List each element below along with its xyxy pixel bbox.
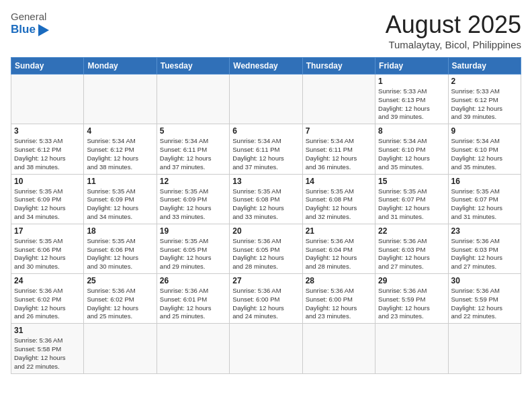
day-info: Sunrise: 5:36 AM Sunset: 5:59 PM Dayligh…: [451, 287, 518, 321]
calendar-cell: 22Sunrise: 5:36 AM Sunset: 6:03 PM Dayli…: [375, 224, 448, 273]
day-info: Sunrise: 5:36 AM Sunset: 6:05 PM Dayligh…: [232, 237, 299, 271]
calendar-cell: [157, 75, 229, 124]
day-number: 7: [306, 126, 372, 136]
day-info: Sunrise: 5:36 AM Sunset: 6:02 PM Dayligh…: [87, 287, 153, 321]
calendar-cell: [375, 324, 448, 373]
calendar-cell: 29Sunrise: 5:36 AM Sunset: 5:59 PM Dayli…: [375, 274, 448, 324]
day-number: 21: [306, 226, 372, 236]
calendar-cell: 14Sunrise: 5:35 AM Sunset: 6:08 PM Dayli…: [302, 174, 375, 224]
day-number: 10: [14, 177, 81, 186]
calendar-cell: 27Sunrise: 5:36 AM Sunset: 6:00 PM Dayli…: [230, 274, 302, 324]
day-info: Sunrise: 5:34 AM Sunset: 6:11 PM Dayligh…: [160, 137, 226, 171]
day-info: Sunrise: 5:36 AM Sunset: 5:59 PM Dayligh…: [378, 287, 445, 321]
day-info: Sunrise: 5:34 AM Sunset: 6:10 PM Dayligh…: [451, 137, 518, 171]
logo-general: General: [11, 11, 46, 22]
title-location: Tumalaytay, Bicol, Philippines: [386, 39, 521, 50]
day-info: Sunrise: 5:35 AM Sunset: 6:09 PM Dayligh…: [87, 187, 153, 222]
calendar-cell: 5Sunrise: 5:34 AM Sunset: 6:11 PM Daylig…: [157, 124, 229, 174]
calendar-cell: 31Sunrise: 5:36 AM Sunset: 5:58 PM Dayli…: [11, 324, 84, 373]
day-info: Sunrise: 5:35 AM Sunset: 6:07 PM Dayligh…: [451, 187, 518, 222]
day-info: Sunrise: 5:35 AM Sunset: 6:06 PM Dayligh…: [14, 237, 81, 271]
day-info: Sunrise: 5:36 AM Sunset: 6:02 PM Dayligh…: [14, 287, 81, 321]
calendar-cell: 17Sunrise: 5:35 AM Sunset: 6:06 PM Dayli…: [11, 224, 84, 273]
calendar-cell: 21Sunrise: 5:36 AM Sunset: 6:04 PM Dayli…: [302, 224, 375, 273]
calendar-cell: 10Sunrise: 5:35 AM Sunset: 6:09 PM Dayli…: [11, 174, 84, 224]
calendar-cell: [230, 324, 302, 373]
calendar-cell: 4Sunrise: 5:34 AM Sunset: 6:12 PM Daylig…: [84, 124, 157, 174]
day-number: 3: [14, 126, 81, 136]
day-number: 15: [378, 177, 445, 186]
calendar-cell: 19Sunrise: 5:35 AM Sunset: 6:05 PM Dayli…: [157, 224, 229, 273]
day-number: 23: [451, 226, 518, 236]
calendar-cell: 30Sunrise: 5:36 AM Sunset: 5:59 PM Dayli…: [448, 274, 521, 324]
calendar-cell: 26Sunrise: 5:36 AM Sunset: 6:01 PM Dayli…: [157, 274, 229, 324]
day-number: 8: [378, 126, 445, 136]
title-block: August 2025 Tumalaytay, Bicol, Philippin…: [386, 11, 521, 50]
logo-text-block: General Blue: [11, 11, 49, 36]
day-info: Sunrise: 5:35 AM Sunset: 6:08 PM Dayligh…: [232, 187, 299, 222]
day-number: 11: [87, 177, 153, 186]
day-number: 1: [378, 77, 445, 86]
calendar-cell: 13Sunrise: 5:35 AM Sunset: 6:08 PM Dayli…: [230, 174, 302, 224]
day-number: 30: [451, 276, 518, 285]
day-info: Sunrise: 5:36 AM Sunset: 6:00 PM Dayligh…: [232, 287, 299, 321]
weekday-header-monday: Monday: [84, 58, 157, 75]
day-number: 26: [160, 276, 226, 285]
calendar-cell: 24Sunrise: 5:36 AM Sunset: 6:02 PM Dayli…: [11, 274, 84, 324]
day-number: 6: [232, 126, 299, 136]
weekday-header-wednesday: Wednesday: [230, 58, 302, 75]
day-number: 20: [232, 226, 299, 236]
day-number: 18: [87, 226, 153, 236]
day-info: Sunrise: 5:35 AM Sunset: 6:08 PM Dayligh…: [306, 187, 372, 222]
day-number: 12: [160, 177, 226, 186]
calendar-table: SundayMondayTuesdayWednesdayThursdayFrid…: [11, 57, 521, 374]
day-info: Sunrise: 5:36 AM Sunset: 6:03 PM Dayligh…: [451, 237, 518, 271]
page: General Blue August 2025 Tumalaytay, Bic…: [0, 0, 532, 379]
day-number: 19: [160, 226, 226, 236]
calendar-cell: 1Sunrise: 5:33 AM Sunset: 6:13 PM Daylig…: [375, 75, 448, 124]
day-info: Sunrise: 5:36 AM Sunset: 6:00 PM Dayligh…: [306, 287, 372, 321]
weekday-header-tuesday: Tuesday: [157, 58, 229, 75]
calendar-cell: 11Sunrise: 5:35 AM Sunset: 6:09 PM Dayli…: [84, 174, 157, 224]
day-number: 13: [232, 177, 299, 186]
calendar-cell: 8Sunrise: 5:34 AM Sunset: 6:10 PM Daylig…: [375, 124, 448, 174]
calendar-cell: 16Sunrise: 5:35 AM Sunset: 6:07 PM Dayli…: [448, 174, 521, 224]
day-number: 2: [451, 77, 518, 86]
day-info: Sunrise: 5:36 AM Sunset: 6:03 PM Dayligh…: [378, 237, 445, 271]
day-info: Sunrise: 5:36 AM Sunset: 6:01 PM Dayligh…: [160, 287, 226, 321]
day-number: 5: [160, 126, 226, 136]
day-info: Sunrise: 5:34 AM Sunset: 6:10 PM Dayligh…: [378, 137, 445, 171]
calendar-cell: 7Sunrise: 5:34 AM Sunset: 6:11 PM Daylig…: [302, 124, 375, 174]
calendar-cell: 3Sunrise: 5:33 AM Sunset: 6:12 PM Daylig…: [11, 124, 84, 174]
calendar-cell: 25Sunrise: 5:36 AM Sunset: 6:02 PM Dayli…: [84, 274, 157, 324]
calendar-cell: [302, 75, 375, 124]
day-number: 24: [14, 276, 81, 285]
day-number: 14: [306, 177, 372, 186]
logo: General Blue: [11, 11, 49, 36]
calendar-cell: [84, 75, 157, 124]
logo-arrow-icon: [38, 24, 49, 36]
calendar-cell: 2Sunrise: 5:33 AM Sunset: 6:12 PM Daylig…: [448, 75, 521, 124]
calendar-cell: 6Sunrise: 5:34 AM Sunset: 6:11 PM Daylig…: [230, 124, 302, 174]
day-number: 31: [14, 326, 81, 335]
day-info: Sunrise: 5:36 AM Sunset: 5:58 PM Dayligh…: [14, 336, 81, 371]
day-info: Sunrise: 5:34 AM Sunset: 6:12 PM Dayligh…: [87, 137, 153, 171]
calendar-cell: [157, 324, 229, 373]
weekday-header-sunday: Sunday: [11, 58, 84, 75]
calendar-cell: 15Sunrise: 5:35 AM Sunset: 6:07 PM Dayli…: [375, 174, 448, 224]
header: General Blue August 2025 Tumalaytay, Bic…: [11, 11, 521, 50]
calendar-cell: 18Sunrise: 5:35 AM Sunset: 6:06 PM Dayli…: [84, 224, 157, 273]
day-info: Sunrise: 5:35 AM Sunset: 6:07 PM Dayligh…: [378, 187, 445, 222]
day-number: 16: [451, 177, 518, 186]
calendar-cell: 28Sunrise: 5:36 AM Sunset: 6:00 PM Dayli…: [302, 274, 375, 324]
calendar-cell: 20Sunrise: 5:36 AM Sunset: 6:05 PM Dayli…: [230, 224, 302, 273]
calendar-cell: 12Sunrise: 5:35 AM Sunset: 6:09 PM Dayli…: [157, 174, 229, 224]
day-number: 4: [87, 126, 153, 136]
weekday-header-saturday: Saturday: [448, 58, 521, 75]
day-info: Sunrise: 5:35 AM Sunset: 6:05 PM Dayligh…: [160, 237, 226, 271]
day-number: 25: [87, 276, 153, 285]
day-info: Sunrise: 5:35 AM Sunset: 6:09 PM Dayligh…: [14, 187, 81, 222]
day-number: 27: [232, 276, 299, 285]
day-info: Sunrise: 5:34 AM Sunset: 6:11 PM Dayligh…: [306, 137, 372, 171]
day-info: Sunrise: 5:33 AM Sunset: 6:12 PM Dayligh…: [14, 137, 81, 171]
